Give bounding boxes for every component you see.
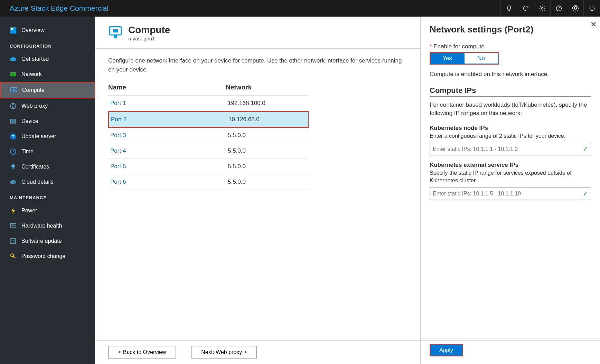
port-link[interactable]: Port 2 <box>111 116 228 123</box>
port-link[interactable]: Port 6 <box>110 179 228 185</box>
sidebar-item-label: Hardware health <box>21 223 62 229</box>
port-network: 5.5.0.0 <box>228 179 307 185</box>
table-row[interactable]: Port 5 5.5.0.0 <box>108 159 309 174</box>
port-network: 5.5.0.0 <box>228 147 307 154</box>
compute-ips-heading: Compute IPs <box>430 86 591 97</box>
power-icon[interactable] <box>583 0 600 17</box>
table-row[interactable]: Port 2 10.126.68.0 <box>108 111 309 128</box>
svg-rect-9 <box>13 89 15 90</box>
table-row[interactable]: Port 4 5.5.0.0 <box>108 143 309 159</box>
page-subtitle: myasegpu1 <box>128 36 170 41</box>
sidebar-item-label: Compute <box>22 87 45 93</box>
svg-rect-12 <box>12 119 13 124</box>
svg-rect-11 <box>10 119 11 124</box>
sidebar-item-label: Web proxy <box>21 103 48 109</box>
compute-icon <box>10 87 17 94</box>
main-content: Compute myasegpu1 Configure one network … <box>95 17 420 364</box>
sidebar-item-label: Get started <box>21 56 49 62</box>
svg-rect-7 <box>12 74 13 75</box>
network-icon <box>10 71 17 78</box>
ips-intro: For container based workloads (IoT/Kuber… <box>430 101 591 117</box>
brand-title: Azure Stack Edge Commercial <box>10 4 109 12</box>
svg-point-0 <box>541 8 543 9</box>
col-network: Network <box>226 84 309 91</box>
sidebar-item-compute[interactable]: Compute <box>0 82 95 98</box>
sidebar-item-update-server[interactable]: Update server <box>0 129 95 144</box>
ports-table: Name Network Port 1 192.168.100.0 Port 2… <box>108 84 309 190</box>
apply-button[interactable]: Apply <box>430 344 463 356</box>
enable-label: Enable for compute <box>433 43 484 50</box>
check-icon: ✓ <box>583 190 588 198</box>
k8s-ext-desc: Specify the static IP range for services… <box>430 169 591 185</box>
svg-text:C: C <box>574 6 577 10</box>
cloud-icon <box>10 56 17 63</box>
svg-point-16 <box>11 164 15 168</box>
sidebar-item-label: Update server <box>21 133 56 140</box>
k8s-node-label: Kubernetes node IPs <box>430 125 591 132</box>
refresh-icon[interactable] <box>517 0 534 17</box>
monitor-icon <box>10 222 17 229</box>
sidebar-item-label: Certificates <box>21 164 49 170</box>
sidebar-item-certificates[interactable]: Certificates <box>0 159 95 174</box>
sidebar-item-label: Device <box>21 118 38 124</box>
help-icon[interactable] <box>550 0 567 17</box>
sidebar-item-power[interactable]: Power <box>0 203 95 218</box>
svg-rect-23 <box>114 35 117 38</box>
key-icon <box>10 253 17 260</box>
sidebar-item-time[interactable]: Time <box>0 144 95 159</box>
sidebar-item-cloud-details[interactable]: Cloud details <box>0 174 95 190</box>
table-row[interactable]: Port 3 5.5.0.0 <box>108 128 309 143</box>
settings-panel: ✕ Network settings (Port2) * Enable for … <box>420 17 600 364</box>
sidebar-item-label: Network <box>21 71 42 77</box>
enabled-msg: Compute is enabled on this network inter… <box>430 70 591 78</box>
svg-rect-5 <box>11 28 13 30</box>
sidebar-item-software-update[interactable]: Software update <box>0 233 95 249</box>
sidebar-item-get-started[interactable]: Get started <box>0 51 95 67</box>
sidebar-item-web-proxy[interactable]: Web proxy <box>0 98 95 114</box>
certificate-icon <box>10 163 17 170</box>
k8s-node-input[interactable] <box>433 146 583 152</box>
sidebar-item-device[interactable]: Device <box>0 114 95 129</box>
enable-toggle[interactable]: Yes No <box>430 52 499 65</box>
globe-icon <box>10 103 17 109</box>
sidebar-item-overview[interactable]: Overview <box>0 23 95 38</box>
port-network: 192.168.100.0 <box>228 100 307 107</box>
col-name: Name <box>108 84 226 91</box>
sidebar-item-label: Overview <box>21 27 45 33</box>
port-network: 10.126.68.0 <box>228 116 306 123</box>
sidebar: Overview CONFIGURATION Get started Netwo… <box>0 17 95 364</box>
close-icon[interactable]: ✕ <box>590 20 597 29</box>
next-button[interactable]: Next: Web proxy > <box>191 346 257 358</box>
svg-rect-4 <box>10 27 16 33</box>
port-link[interactable]: Port 1 <box>110 100 228 107</box>
port-link[interactable]: Port 5 <box>110 163 228 170</box>
account-icon[interactable]: C <box>567 0 583 17</box>
intro-text: Configure one network interface on your … <box>108 56 407 74</box>
sidebar-section-configuration: CONFIGURATION <box>0 38 95 51</box>
port-link[interactable]: Port 3 <box>110 132 228 139</box>
check-icon: ✓ <box>583 145 588 153</box>
svg-rect-22 <box>113 29 118 32</box>
k8s-ext-input[interactable] <box>433 191 583 197</box>
settings-icon[interactable] <box>534 0 550 17</box>
sidebar-item-hardware-health[interactable]: Hardware health <box>0 218 95 233</box>
compute-page-icon <box>108 25 123 39</box>
toggle-yes[interactable]: Yes <box>430 53 464 64</box>
k8s-node-desc: Enter a contiguous range of 2 static IPs… <box>430 132 591 140</box>
sidebar-item-label: Software update <box>21 238 62 244</box>
clock-icon <box>10 148 17 155</box>
notifications-icon[interactable] <box>500 0 517 17</box>
table-row[interactable]: Port 6 5.5.0.0 <box>108 174 309 190</box>
toggle-no[interactable]: No <box>464 53 498 64</box>
sidebar-item-password-change[interactable]: Password change <box>0 249 95 264</box>
sidebar-section-maintenance: MAINTENANCE <box>0 190 95 203</box>
software-update-icon <box>10 238 17 245</box>
back-button[interactable]: < Back to Overview <box>108 346 176 358</box>
port-link[interactable]: Port 4 <box>110 147 228 154</box>
table-row[interactable]: Port 1 192.168.100.0 <box>108 96 309 111</box>
sidebar-item-network[interactable]: Network <box>0 67 95 82</box>
lightning-icon <box>10 207 17 214</box>
cloud-details-icon <box>10 179 17 185</box>
sidebar-item-label: Power <box>21 208 37 214</box>
overview-icon <box>10 27 17 34</box>
